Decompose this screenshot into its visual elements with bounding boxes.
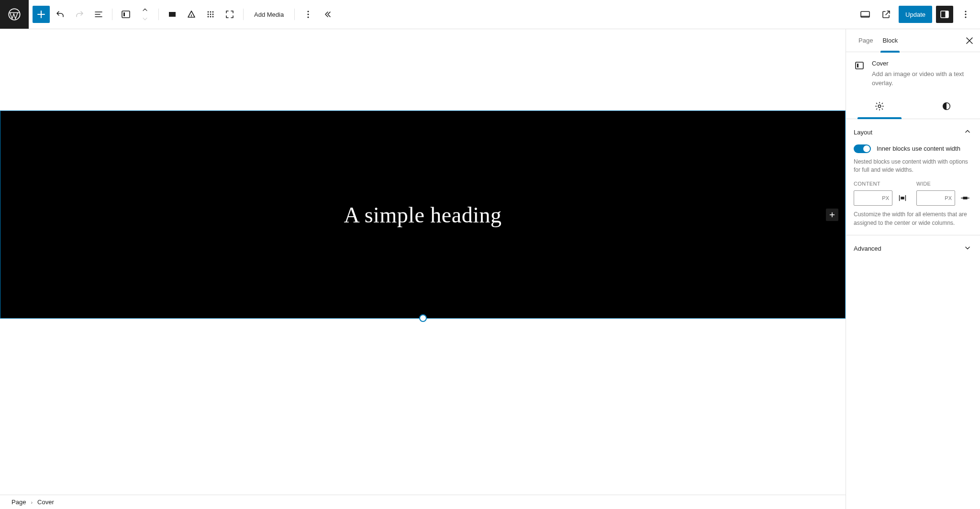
styles-icon — [941, 101, 952, 113]
cover-block[interactable]: A simple heading — [0, 111, 846, 319]
block-title: Cover — [872, 60, 972, 67]
svg-point-8 — [210, 14, 212, 15]
top-toolbar: Add Media Update — [0, 0, 980, 29]
update-button[interactable]: Update — [899, 6, 932, 23]
chevron-up-icon — [963, 127, 972, 138]
svg-point-10 — [208, 16, 209, 18]
block-breadcrumb: Page › Cover — [0, 495, 846, 509]
move-down-button[interactable] — [136, 14, 154, 23]
svg-point-6 — [212, 11, 214, 13]
options-button[interactable] — [957, 6, 974, 23]
svg-rect-18 — [946, 11, 949, 18]
advanced-panel-title: Advanced — [854, 245, 881, 252]
svg-rect-23 — [857, 64, 858, 67]
layout-panel: Layout Inner blocks use content width Ne… — [846, 119, 980, 236]
cover-icon — [854, 60, 865, 71]
block-options-button[interactable] — [300, 6, 317, 23]
layout-help-2: Customize the width for all elements tha… — [854, 210, 972, 227]
align-button[interactable] — [164, 6, 181, 23]
layout-panel-title: Layout — [854, 129, 872, 136]
breadcrumb-current[interactable]: Cover — [37, 498, 54, 506]
add-block-button[interactable] — [33, 6, 50, 23]
content-width-label: CONTENT — [854, 181, 910, 187]
gear-icon — [874, 101, 885, 113]
svg-point-5 — [210, 11, 212, 13]
settings-sidebar-button[interactable] — [936, 6, 953, 23]
layout-panel-header[interactable]: Layout — [854, 127, 972, 138]
svg-point-4 — [208, 11, 209, 13]
svg-point-13 — [308, 11, 309, 12]
toolbar-separator — [243, 9, 244, 20]
add-media-button[interactable]: Add Media — [248, 6, 290, 23]
svg-point-12 — [212, 16, 214, 18]
svg-point-20 — [965, 13, 966, 15]
content-width-icon[interactable] — [895, 191, 910, 205]
collapse-toolbar-button[interactable] — [319, 6, 336, 23]
move-up-button[interactable] — [136, 6, 154, 14]
unit-label: PX — [882, 195, 889, 201]
tab-page[interactable]: Page — [854, 29, 878, 52]
chevron-right-icon: › — [31, 499, 33, 505]
resize-handle[interactable] — [419, 314, 427, 322]
svg-rect-2 — [123, 12, 125, 16]
close-sidebar-button[interactable] — [961, 32, 978, 49]
breadcrumb-root[interactable]: Page — [11, 498, 26, 506]
svg-rect-26 — [901, 197, 904, 200]
svg-rect-22 — [856, 62, 863, 69]
toolbar-separator — [294, 9, 295, 20]
advanced-panel: Advanced — [846, 235, 980, 262]
advanced-panel-header[interactable]: Advanced — [854, 243, 972, 254]
content-width-input[interactable]: PX — [854, 190, 892, 206]
svg-point-14 — [308, 13, 309, 15]
cover-block-icon[interactable] — [117, 6, 134, 23]
toolbar-separator — [112, 9, 112, 20]
view-button[interactable] — [857, 6, 874, 23]
block-description: Add an image or video with a text overla… — [872, 70, 972, 88]
svg-point-24 — [878, 105, 881, 108]
svg-rect-27 — [963, 197, 967, 200]
svg-point-21 — [965, 16, 966, 18]
wordpress-logo-button[interactable] — [0, 0, 29, 29]
tab-block[interactable]: Block — [878, 29, 902, 52]
unit-label: PX — [945, 195, 952, 201]
toggle-full-height-button[interactable] — [202, 6, 219, 23]
document-overview-button[interactable] — [90, 6, 107, 23]
wide-width-input[interactable]: PX — [916, 190, 955, 206]
toolbar-separator — [158, 9, 159, 20]
inner-blocks-toggle-label: Inner blocks use content width — [877, 145, 960, 152]
editor-canvas[interactable]: A simple heading — [0, 29, 846, 495]
svg-point-15 — [308, 16, 309, 18]
svg-point-7 — [208, 14, 209, 15]
add-inner-block-button[interactable] — [826, 209, 838, 221]
content-position-button[interactable] — [183, 6, 200, 23]
svg-rect-1 — [122, 11, 130, 18]
svg-point-11 — [210, 16, 212, 18]
wide-width-label: WIDE — [916, 181, 972, 187]
block-card: Cover Add an image or video with a text … — [846, 52, 980, 96]
undo-button[interactable] — [52, 6, 69, 23]
svg-point-9 — [212, 14, 214, 15]
fullscreen-button[interactable] — [221, 6, 238, 23]
cover-heading[interactable]: A simple heading — [344, 202, 502, 227]
wide-width-icon[interactable] — [958, 191, 972, 205]
svg-point-19 — [965, 11, 966, 12]
chevron-down-icon — [963, 243, 972, 254]
inner-blocks-toggle[interactable] — [854, 144, 871, 153]
svg-rect-3 — [169, 12, 176, 17]
view-page-button[interactable] — [878, 6, 895, 23]
redo-button[interactable] — [71, 6, 88, 23]
styles-subtab[interactable] — [913, 96, 980, 119]
layout-help-1: Nested blocks use content width with opt… — [854, 158, 972, 175]
settings-subtab[interactable] — [846, 96, 913, 119]
settings-sidebar: Page Block Cover Add an image or video w… — [846, 29, 980, 509]
